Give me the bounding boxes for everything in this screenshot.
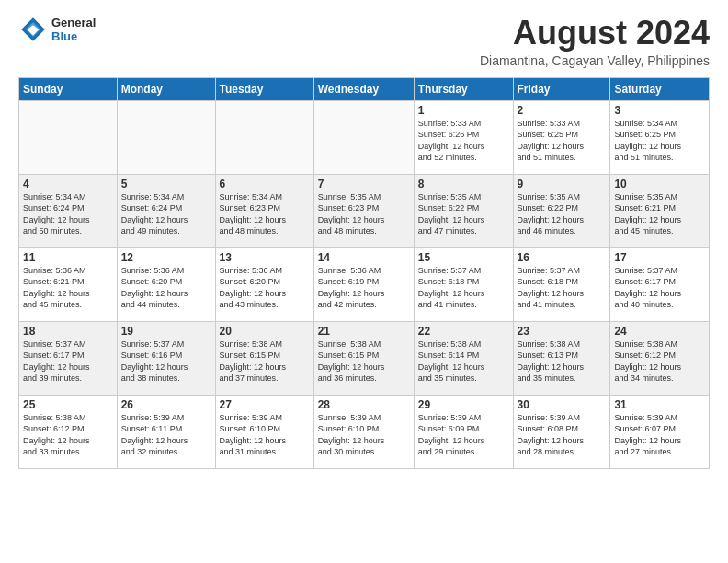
- table-row: 26Sunrise: 5:39 AM Sunset: 6:11 PM Dayli…: [117, 395, 215, 468]
- day-number: 24: [614, 325, 705, 338]
- day-number: 8: [418, 178, 509, 190]
- table-row: 24Sunrise: 5:38 AM Sunset: 6:12 PM Dayli…: [610, 321, 710, 395]
- logo-text: General Blue: [51, 16, 96, 43]
- month-year-title: August 2024: [480, 15, 710, 52]
- table-row: 4Sunrise: 5:34 AM Sunset: 6:24 PM Daylig…: [19, 174, 118, 247]
- table-row: 23Sunrise: 5:38 AM Sunset: 6:13 PM Dayli…: [513, 321, 610, 395]
- table-row: [215, 100, 313, 174]
- day-info: Sunrise: 5:38 AM Sunset: 6:13 PM Dayligh…: [518, 339, 607, 385]
- table-row: 9Sunrise: 5:35 AM Sunset: 6:22 PM Daylig…: [513, 174, 610, 247]
- day-info: Sunrise: 5:35 AM Sunset: 6:21 PM Dayligh…: [614, 191, 705, 237]
- calendar-header-row: Sunday Monday Tuesday Wednesday Thursday…: [19, 77, 710, 100]
- day-info: Sunrise: 5:36 AM Sunset: 6:20 PM Dayligh…: [121, 265, 211, 311]
- calendar-table: Sunday Monday Tuesday Wednesday Thursday…: [18, 77, 710, 469]
- table-row: 21Sunrise: 5:38 AM Sunset: 6:15 PM Dayli…: [313, 321, 414, 395]
- logo-icon: [18, 15, 48, 44]
- day-number: 4: [23, 178, 113, 190]
- col-tuesday: Tuesday: [215, 77, 313, 100]
- table-row: [117, 100, 215, 174]
- day-info: Sunrise: 5:34 AM Sunset: 6:24 PM Dayligh…: [121, 191, 211, 237]
- logo-blue: Blue: [51, 29, 96, 43]
- day-info: Sunrise: 5:38 AM Sunset: 6:12 PM Dayligh…: [614, 339, 705, 385]
- day-number: 25: [23, 398, 113, 411]
- table-row: 12Sunrise: 5:36 AM Sunset: 6:20 PM Dayli…: [117, 247, 215, 321]
- calendar-week-row: 18Sunrise: 5:37 AM Sunset: 6:17 PM Dayli…: [19, 321, 710, 395]
- day-info: Sunrise: 5:34 AM Sunset: 6:25 PM Dayligh…: [614, 118, 705, 164]
- col-thursday: Thursday: [414, 77, 513, 100]
- day-info: Sunrise: 5:39 AM Sunset: 6:10 PM Dayligh…: [318, 412, 410, 458]
- table-row: 10Sunrise: 5:35 AM Sunset: 6:21 PM Dayli…: [610, 174, 710, 247]
- day-number: 14: [318, 251, 410, 264]
- col-sunday: Sunday: [19, 77, 118, 100]
- day-number: 29: [418, 398, 509, 411]
- logo-general: General: [51, 16, 96, 29]
- table-row: 11Sunrise: 5:36 AM Sunset: 6:21 PM Dayli…: [19, 247, 118, 321]
- day-number: 11: [23, 251, 113, 264]
- day-number: 23: [518, 325, 607, 338]
- day-info: Sunrise: 5:38 AM Sunset: 6:12 PM Dayligh…: [23, 412, 113, 458]
- table-row: 19Sunrise: 5:37 AM Sunset: 6:16 PM Dayli…: [117, 321, 215, 395]
- table-row: 13Sunrise: 5:36 AM Sunset: 6:20 PM Dayli…: [215, 247, 313, 321]
- col-saturday: Saturday: [610, 77, 710, 100]
- table-row: 2Sunrise: 5:33 AM Sunset: 6:25 PM Daylig…: [513, 100, 610, 174]
- day-info: Sunrise: 5:33 AM Sunset: 6:26 PM Dayligh…: [418, 118, 509, 164]
- day-info: Sunrise: 5:39 AM Sunset: 6:10 PM Dayligh…: [220, 412, 310, 458]
- table-row: 20Sunrise: 5:38 AM Sunset: 6:15 PM Dayli…: [215, 321, 313, 395]
- table-row: 6Sunrise: 5:34 AM Sunset: 6:23 PM Daylig…: [215, 174, 313, 247]
- col-monday: Monday: [117, 77, 215, 100]
- day-info: Sunrise: 5:34 AM Sunset: 6:23 PM Dayligh…: [220, 191, 310, 237]
- day-info: Sunrise: 5:39 AM Sunset: 6:08 PM Dayligh…: [518, 412, 607, 458]
- day-info: Sunrise: 5:37 AM Sunset: 6:17 PM Dayligh…: [614, 265, 705, 311]
- day-info: Sunrise: 5:38 AM Sunset: 6:15 PM Dayligh…: [220, 339, 310, 385]
- day-number: 22: [418, 325, 509, 338]
- day-info: Sunrise: 5:35 AM Sunset: 6:22 PM Dayligh…: [518, 191, 607, 237]
- table-row: 31Sunrise: 5:39 AM Sunset: 6:07 PM Dayli…: [610, 395, 710, 468]
- day-number: 21: [318, 325, 410, 338]
- day-info: Sunrise: 5:37 AM Sunset: 6:17 PM Dayligh…: [23, 339, 113, 385]
- calendar-page: General Blue August 2024 Diamantina, Cag…: [0, 0, 728, 480]
- page-header: General Blue August 2024 Diamantina, Cag…: [18, 15, 710, 68]
- day-info: Sunrise: 5:33 AM Sunset: 6:25 PM Dayligh…: [518, 118, 607, 164]
- table-row: 5Sunrise: 5:34 AM Sunset: 6:24 PM Daylig…: [117, 174, 215, 247]
- day-number: 3: [614, 104, 705, 117]
- day-info: Sunrise: 5:35 AM Sunset: 6:22 PM Dayligh…: [418, 191, 509, 237]
- day-info: Sunrise: 5:39 AM Sunset: 6:07 PM Dayligh…: [614, 412, 705, 458]
- day-info: Sunrise: 5:37 AM Sunset: 6:18 PM Dayligh…: [518, 265, 607, 311]
- table-row: 8Sunrise: 5:35 AM Sunset: 6:22 PM Daylig…: [414, 174, 513, 247]
- day-number: 12: [121, 251, 211, 264]
- col-wednesday: Wednesday: [313, 77, 414, 100]
- day-number: 19: [121, 325, 211, 338]
- calendar-week-row: 4Sunrise: 5:34 AM Sunset: 6:24 PM Daylig…: [19, 174, 710, 247]
- day-number: 13: [220, 251, 310, 264]
- table-row: 1Sunrise: 5:33 AM Sunset: 6:26 PM Daylig…: [414, 100, 513, 174]
- day-info: Sunrise: 5:35 AM Sunset: 6:23 PM Dayligh…: [318, 191, 410, 237]
- table-row: 17Sunrise: 5:37 AM Sunset: 6:17 PM Dayli…: [610, 247, 710, 321]
- table-row: [19, 100, 118, 174]
- day-number: 28: [318, 398, 410, 411]
- day-info: Sunrise: 5:37 AM Sunset: 6:16 PM Dayligh…: [121, 339, 211, 385]
- day-number: 18: [23, 325, 113, 338]
- table-row: 27Sunrise: 5:39 AM Sunset: 6:10 PM Dayli…: [215, 395, 313, 468]
- calendar-week-row: 11Sunrise: 5:36 AM Sunset: 6:21 PM Dayli…: [19, 247, 710, 321]
- day-number: 10: [614, 178, 705, 190]
- day-number: 16: [518, 251, 607, 264]
- logo: General Blue: [18, 15, 96, 44]
- day-info: Sunrise: 5:36 AM Sunset: 6:20 PM Dayligh…: [220, 265, 310, 311]
- day-info: Sunrise: 5:34 AM Sunset: 6:24 PM Dayligh…: [23, 191, 113, 237]
- table-row: 29Sunrise: 5:39 AM Sunset: 6:09 PM Dayli…: [414, 395, 513, 468]
- table-row: [313, 100, 414, 174]
- day-number: 6: [220, 178, 310, 190]
- table-row: 30Sunrise: 5:39 AM Sunset: 6:08 PM Dayli…: [513, 395, 610, 468]
- day-info: Sunrise: 5:38 AM Sunset: 6:14 PM Dayligh…: [418, 339, 509, 385]
- day-number: 30: [518, 398, 607, 411]
- calendar-week-row: 1Sunrise: 5:33 AM Sunset: 6:26 PM Daylig…: [19, 100, 710, 174]
- table-row: 14Sunrise: 5:36 AM Sunset: 6:19 PM Dayli…: [313, 247, 414, 321]
- day-info: Sunrise: 5:39 AM Sunset: 6:11 PM Dayligh…: [121, 412, 211, 458]
- day-info: Sunrise: 5:39 AM Sunset: 6:09 PM Dayligh…: [418, 412, 509, 458]
- day-number: 17: [614, 251, 705, 264]
- table-row: 25Sunrise: 5:38 AM Sunset: 6:12 PM Dayli…: [19, 395, 118, 468]
- day-number: 2: [518, 104, 607, 117]
- day-number: 31: [614, 398, 705, 411]
- table-row: 28Sunrise: 5:39 AM Sunset: 6:10 PM Dayli…: [313, 395, 414, 468]
- day-number: 20: [220, 325, 310, 338]
